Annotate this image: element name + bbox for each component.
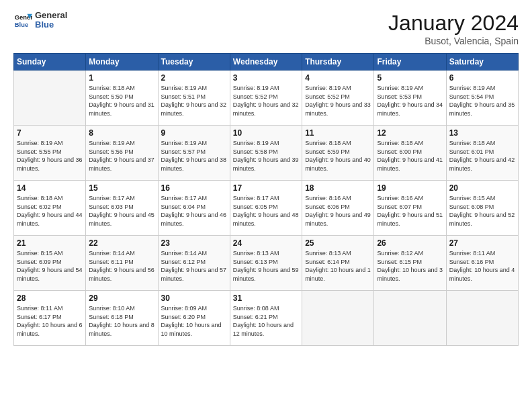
svg-text:Blue: Blue	[15, 22, 28, 29]
day-info: Sunrise: 8:19 AMSunset: 5:51 PMDaylight:…	[161, 84, 227, 118]
logo-icon: General Blue	[13, 11, 32, 30]
day-number: 4	[305, 73, 371, 83]
day-info: Sunrise: 8:14 AMSunset: 6:11 PMDaylight:…	[89, 249, 154, 283]
calendar-cell: 18Sunrise: 8:16 AMSunset: 6:06 PMDayligh…	[302, 181, 374, 236]
calendar-cell	[374, 291, 446, 346]
day-info: Sunrise: 8:19 AMSunset: 5:56 PMDaylight:…	[89, 139, 154, 173]
calendar-cell: 8Sunrise: 8:19 AMSunset: 5:56 PMDaylight…	[86, 126, 158, 181]
day-info: Sunrise: 8:15 AMSunset: 6:09 PMDaylight:…	[17, 249, 83, 283]
calendar-cell: 15Sunrise: 8:17 AMSunset: 6:03 PMDayligh…	[86, 181, 158, 236]
day-number: 21	[17, 238, 83, 248]
day-number: 16	[161, 183, 227, 193]
header: General Blue General Blue January 2024 B…	[13, 11, 519, 46]
calendar-week-row: 21Sunrise: 8:15 AMSunset: 6:09 PMDayligh…	[14, 236, 519, 291]
day-info: Sunrise: 8:08 AMSunset: 6:21 PMDaylight:…	[233, 304, 299, 338]
calendar-cell: 6Sunrise: 8:19 AMSunset: 5:54 PMDaylight…	[446, 71, 518, 126]
day-info: Sunrise: 8:19 AMSunset: 5:52 PMDaylight:…	[233, 84, 299, 118]
calendar-cell: 4Sunrise: 8:19 AMSunset: 5:52 PMDaylight…	[302, 71, 374, 126]
weekday-header-saturday: Saturday	[446, 54, 518, 71]
logo-general: General	[35, 10, 67, 20]
day-number: 2	[161, 73, 227, 83]
day-number: 8	[89, 128, 154, 138]
calendar-cell: 20Sunrise: 8:15 AMSunset: 6:08 PMDayligh…	[446, 181, 518, 236]
day-number: 9	[161, 128, 227, 138]
day-info: Sunrise: 8:17 AMSunset: 6:03 PMDaylight:…	[89, 194, 154, 228]
day-number: 19	[377, 183, 443, 193]
calendar-cell: 3Sunrise: 8:19 AMSunset: 5:52 PMDaylight…	[230, 71, 302, 126]
day-info: Sunrise: 8:19 AMSunset: 5:57 PMDaylight:…	[161, 139, 227, 173]
calendar-week-row: 14Sunrise: 8:18 AMSunset: 6:02 PMDayligh…	[14, 181, 519, 236]
day-info: Sunrise: 8:11 AMSunset: 6:17 PMDaylight:…	[17, 304, 83, 338]
day-info: Sunrise: 8:13 AMSunset: 6:14 PMDaylight:…	[305, 249, 371, 283]
calendar-page: General Blue General Blue January 2024 B…	[0, 0, 532, 411]
calendar-cell: 23Sunrise: 8:14 AMSunset: 6:12 PMDayligh…	[158, 236, 230, 291]
logo-wordmark: General Blue	[35, 11, 67, 30]
day-number: 7	[17, 128, 83, 138]
day-info: Sunrise: 8:19 AMSunset: 5:58 PMDaylight:…	[233, 139, 299, 173]
weekday-header-friday: Friday	[374, 54, 446, 71]
day-info: Sunrise: 8:09 AMSunset: 6:20 PMDaylight:…	[161, 304, 227, 338]
calendar-cell: 14Sunrise: 8:18 AMSunset: 6:02 PMDayligh…	[14, 181, 86, 236]
day-number: 18	[305, 183, 371, 193]
day-number: 26	[377, 238, 443, 248]
day-info: Sunrise: 8:19 AMSunset: 5:53 PMDaylight:…	[377, 84, 443, 118]
calendar-week-row: 7Sunrise: 8:19 AMSunset: 5:55 PMDaylight…	[14, 126, 519, 181]
calendar-table: SundayMondayTuesdayWednesdayThursdayFrid…	[13, 53, 519, 346]
day-info: Sunrise: 8:16 AMSunset: 6:07 PMDaylight:…	[377, 194, 443, 228]
calendar-cell: 11Sunrise: 8:18 AMSunset: 5:59 PMDayligh…	[302, 126, 374, 181]
day-number: 5	[377, 73, 443, 83]
weekday-header-wednesday: Wednesday	[230, 54, 302, 71]
day-number: 24	[233, 238, 299, 248]
calendar-week-row: 28Sunrise: 8:11 AMSunset: 6:17 PMDayligh…	[14, 291, 519, 346]
calendar-cell: 7Sunrise: 8:19 AMSunset: 5:55 PMDaylight…	[14, 126, 86, 181]
day-info: Sunrise: 8:18 AMSunset: 5:50 PMDaylight:…	[89, 84, 154, 118]
calendar-cell: 12Sunrise: 8:18 AMSunset: 6:00 PMDayligh…	[374, 126, 446, 181]
day-info: Sunrise: 8:14 AMSunset: 6:12 PMDaylight:…	[161, 249, 227, 283]
day-number: 12	[377, 128, 443, 138]
day-info: Sunrise: 8:10 AMSunset: 6:18 PMDaylight:…	[89, 304, 154, 338]
calendar-cell: 28Sunrise: 8:11 AMSunset: 6:17 PMDayligh…	[14, 291, 86, 346]
calendar-cell: 10Sunrise: 8:19 AMSunset: 5:58 PMDayligh…	[230, 126, 302, 181]
day-number: 31	[233, 293, 299, 303]
weekday-header-thursday: Thursday	[302, 54, 374, 71]
calendar-cell: 17Sunrise: 8:17 AMSunset: 6:05 PMDayligh…	[230, 181, 302, 236]
day-number: 3	[233, 73, 299, 83]
calendar-cell: 9Sunrise: 8:19 AMSunset: 5:57 PMDaylight…	[158, 126, 230, 181]
weekday-header-row: SundayMondayTuesdayWednesdayThursdayFrid…	[14, 54, 519, 71]
calendar-cell: 31Sunrise: 8:08 AMSunset: 6:21 PMDayligh…	[230, 291, 302, 346]
day-info: Sunrise: 8:19 AMSunset: 5:54 PMDaylight:…	[449, 84, 515, 118]
calendar-cell: 26Sunrise: 8:12 AMSunset: 6:15 PMDayligh…	[374, 236, 446, 291]
day-info: Sunrise: 8:11 AMSunset: 6:16 PMDaylight:…	[449, 249, 515, 283]
calendar-cell: 19Sunrise: 8:16 AMSunset: 6:07 PMDayligh…	[374, 181, 446, 236]
calendar-week-row: 1Sunrise: 8:18 AMSunset: 5:50 PMDaylight…	[14, 71, 519, 126]
day-number: 25	[305, 238, 371, 248]
day-info: Sunrise: 8:18 AMSunset: 6:02 PMDaylight:…	[17, 194, 83, 228]
day-info: Sunrise: 8:19 AMSunset: 5:52 PMDaylight:…	[305, 84, 371, 118]
calendar-cell: 5Sunrise: 8:19 AMSunset: 5:53 PMDaylight…	[374, 71, 446, 126]
day-number: 29	[89, 293, 154, 303]
weekday-header-sunday: Sunday	[14, 54, 86, 71]
calendar-cell: 25Sunrise: 8:13 AMSunset: 6:14 PMDayligh…	[302, 236, 374, 291]
day-number: 27	[449, 238, 515, 248]
calendar-cell: 22Sunrise: 8:14 AMSunset: 6:11 PMDayligh…	[86, 236, 158, 291]
day-number: 1	[89, 73, 154, 83]
weekday-header-monday: Monday	[86, 54, 158, 71]
calendar-cell	[446, 291, 518, 346]
title-block: January 2024 Busot, Valencia, Spain	[388, 11, 519, 46]
day-info: Sunrise: 8:15 AMSunset: 6:08 PMDaylight:…	[449, 194, 515, 228]
day-number: 23	[161, 238, 227, 248]
day-number: 22	[89, 238, 154, 248]
calendar-cell	[302, 291, 374, 346]
day-info: Sunrise: 8:18 AMSunset: 5:59 PMDaylight:…	[305, 139, 371, 173]
logo-blue: Blue	[35, 20, 67, 30]
calendar-cell: 16Sunrise: 8:17 AMSunset: 6:04 PMDayligh…	[158, 181, 230, 236]
calendar-cell: 29Sunrise: 8:10 AMSunset: 6:18 PMDayligh…	[86, 291, 158, 346]
day-info: Sunrise: 8:19 AMSunset: 5:55 PMDaylight:…	[17, 139, 83, 173]
day-info: Sunrise: 8:16 AMSunset: 6:06 PMDaylight:…	[305, 194, 371, 228]
calendar-cell: 30Sunrise: 8:09 AMSunset: 6:20 PMDayligh…	[158, 291, 230, 346]
calendar-cell: 27Sunrise: 8:11 AMSunset: 6:16 PMDayligh…	[446, 236, 518, 291]
day-info: Sunrise: 8:18 AMSunset: 6:00 PMDaylight:…	[377, 139, 443, 173]
day-info: Sunrise: 8:17 AMSunset: 6:05 PMDaylight:…	[233, 194, 299, 228]
day-info: Sunrise: 8:18 AMSunset: 6:01 PMDaylight:…	[449, 139, 515, 173]
logo: General Blue General Blue	[13, 11, 67, 30]
